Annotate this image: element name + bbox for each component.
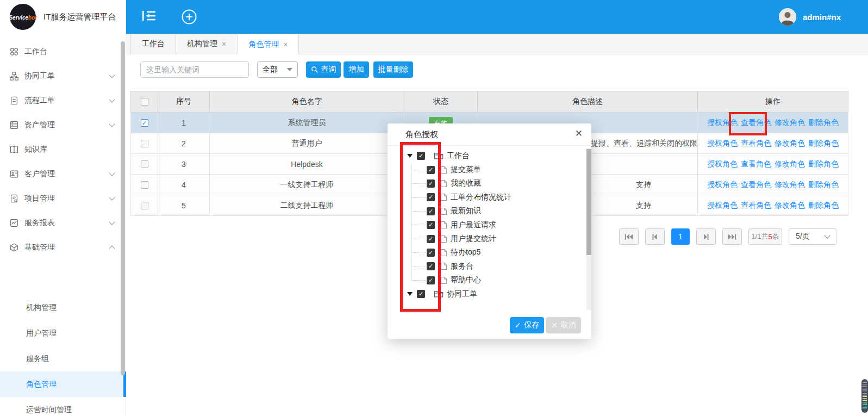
action-link-1[interactable]: 查看角色 [741, 139, 771, 147]
tab-1[interactable]: 机构管理× [176, 34, 238, 54]
action-link-1[interactable]: 查看角色 [741, 159, 771, 168]
collapse-menu-icon[interactable] [141, 9, 158, 24]
tree-node-6[interactable]: ✓用户提交统计 [388, 232, 586, 245]
action-link-1[interactable]: 查看角色 [741, 180, 771, 189]
sidebar-item-8[interactable]: 基础管理 [0, 235, 126, 259]
row-checkbox[interactable] [141, 202, 148, 209]
action-link-3[interactable]: 删除角色 [808, 159, 839, 168]
sidebar-subitem-4[interactable]: 运营时间管理 [0, 397, 126, 415]
close-icon[interactable]: ✕ [575, 128, 583, 139]
action-link-1[interactable]: 查看角色 [741, 201, 771, 209]
tree-checkbox[interactable]: ✓ [427, 179, 435, 188]
action-link-2[interactable]: 修改角色 [775, 159, 805, 168]
sidebar-item-5[interactable]: 客户管理 [0, 162, 126, 186]
action-link-3[interactable]: 删除角色 [808, 201, 839, 209]
caret-down-icon[interactable] [407, 292, 413, 296]
sidebar-item-6[interactable]: 项目管理 [0, 186, 126, 210]
tree-checkbox[interactable]: ✓ [427, 166, 435, 174]
action-link-3[interactable]: 删除角色 [808, 139, 839, 147]
next-page-button[interactable] [696, 228, 716, 245]
row-checkbox[interactable] [141, 160, 148, 168]
sidebar-subitem-2[interactable]: 服务组 [0, 346, 126, 371]
prev-page-button[interactable] [645, 228, 665, 245]
sidebar-item-2[interactable]: 流程工单 [0, 88, 126, 113]
first-page-button[interactable] [619, 228, 639, 245]
tree-checkbox[interactable]: ✓ [427, 262, 435, 270]
sidebar-subitem-3[interactable]: 角色管理 [0, 371, 126, 397]
modal-scrollbar-thumb[interactable] [586, 149, 591, 255]
action-link-2[interactable]: 修改角色 [775, 118, 805, 127]
caret-down-icon[interactable] [407, 154, 413, 158]
last-page-button[interactable] [722, 228, 742, 245]
sidebar-item-4[interactable]: 知识库 [0, 137, 126, 162]
tree-node-4[interactable]: ✓最新知识 [388, 205, 586, 218]
tree-node-7[interactable]: ✓待办top5 [388, 246, 586, 259]
avatar[interactable] [779, 8, 796, 26]
tree-node-5[interactable]: ✓用户最近请求 [388, 218, 586, 232]
sidebar-item-0[interactable]: 工作台 [0, 39, 126, 64]
action-link-0[interactable]: 授权角色 [707, 201, 738, 209]
col-header-num: 序号 [158, 91, 210, 113]
cancel-button[interactable]: ✕ 取消 [546, 317, 581, 333]
sidebar-subitem-1[interactable]: 用户管理 [0, 320, 126, 346]
add-icon[interactable] [182, 9, 198, 24]
tree-checkbox[interactable]: ✓ [427, 207, 435, 215]
modal-scrollbar-track[interactable] [586, 148, 591, 310]
tree-node-10[interactable]: ✓协同工单 [388, 287, 586, 301]
save-button[interactable]: ✓ 保存 [510, 317, 544, 333]
tree-checkbox[interactable]: ✓ [427, 193, 435, 201]
sidebar-subitem-0[interactable]: 机构管理 [0, 295, 126, 320]
add-button[interactable]: 增加 [344, 61, 369, 78]
action-link-2[interactable]: 修改角色 [775, 139, 805, 147]
tree-node-8[interactable]: ✓服务台 [388, 259, 586, 273]
header-user-area[interactable]: admin#nx [779, 0, 841, 34]
workbench-grid-icon [9, 47, 19, 57]
tree-checkbox[interactable]: ✓ [417, 290, 425, 298]
sidebar-scrollbar-thumb[interactable] [121, 41, 125, 375]
filter-select[interactable]: 全部 [257, 61, 298, 78]
current-page-button[interactable]: 1 [671, 228, 690, 245]
tree-checkbox[interactable]: ✓ [417, 152, 425, 160]
action-link-0[interactable]: 授权角色 [707, 180, 738, 189]
tree-checkbox[interactable]: ✓ [427, 221, 435, 229]
check-icon: ✓ [515, 321, 521, 330]
tab-0[interactable]: 工作台 [130, 34, 176, 54]
modal-divider [388, 145, 591, 146]
close-icon[interactable]: × [222, 40, 226, 48]
page-size-select[interactable]: 5/页 [789, 228, 836, 245]
modal-title: 角色授权 [405, 129, 438, 140]
row-checkbox[interactable] [141, 181, 148, 189]
row-checkbox[interactable] [141, 140, 148, 147]
sidebar-item-label: 流程工单 [24, 96, 55, 106]
action-link-3[interactable]: 删除角色 [808, 118, 839, 127]
action-link-2[interactable]: 修改角色 [775, 201, 805, 209]
tree-node-0[interactable]: ✓工作台 [388, 149, 586, 163]
row-checkbox[interactable]: ✓ [141, 119, 148, 127]
action-link-3[interactable]: 删除角色 [808, 180, 839, 189]
action-link-2[interactable]: 修改角色 [775, 180, 805, 189]
folder-icon [434, 290, 444, 298]
close-icon[interactable]: × [283, 41, 288, 48]
batch-delete-button[interactable]: 批量删除 [373, 61, 413, 78]
sidebar-item-3[interactable]: 资产管理 [0, 113, 126, 137]
filter-select-value: 全部 [263, 65, 278, 75]
keyword-search-input[interactable] [140, 61, 249, 78]
query-button[interactable]: 查询 [306, 61, 341, 78]
tree-checkbox[interactable]: ✓ [427, 249, 435, 257]
select-all-checkbox[interactable] [141, 98, 148, 106]
tab-2[interactable]: 角色管理× [238, 34, 299, 55]
tree-node-2[interactable]: ✓我的收藏 [388, 177, 586, 190]
tree-checkbox[interactable]: ✓ [427, 276, 435, 284]
tree-node-9[interactable]: ✓帮助中心 [388, 274, 586, 287]
tree-checkbox[interactable]: ✓ [427, 235, 435, 243]
action-link-0[interactable]: 授权角色 [707, 159, 738, 168]
action-link-0[interactable]: 授权角色 [707, 139, 738, 147]
tree-node-1[interactable]: ✓提交菜单 [388, 163, 586, 176]
action-link-0[interactable]: 授权角色 [707, 118, 738, 127]
tree-node-3[interactable]: ✓工单分布情况统计 [388, 190, 586, 204]
edge-scroll-widget[interactable] [861, 379, 868, 413]
sidebar-item-7[interactable]: 服务报表 [0, 210, 126, 235]
sidebar-item-1[interactable]: 协同工单 [0, 64, 126, 88]
customer-icon [9, 169, 19, 179]
action-link-1[interactable]: 查看角色 [741, 118, 771, 127]
